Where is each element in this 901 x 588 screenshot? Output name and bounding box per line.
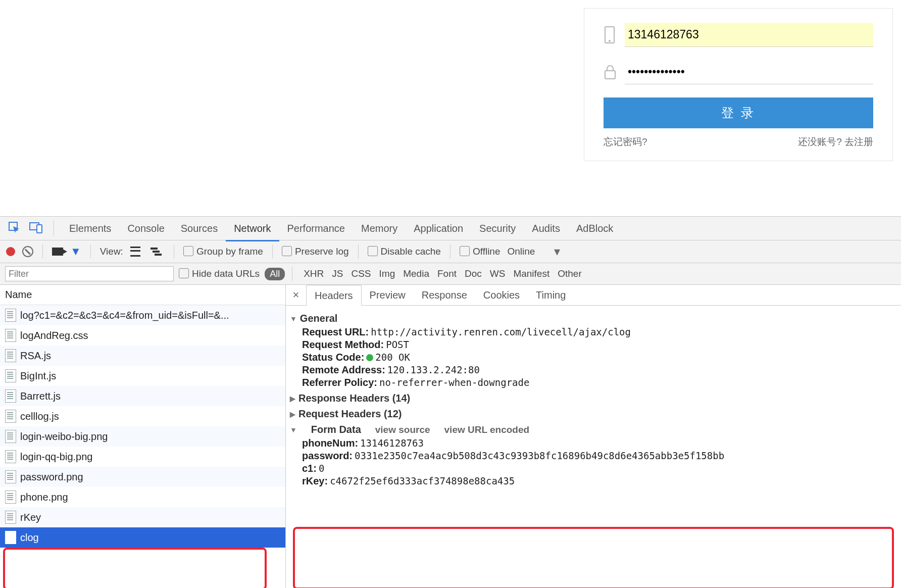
request-row[interactable]: log?c1=&c2=&c3=&c4=&from_uid=&isFull=&..… [0, 305, 285, 325]
section-request-headers[interactable]: Request Headers (12) [298, 408, 402, 420]
phone-input[interactable] [625, 23, 873, 47]
devtools-tab-adblock[interactable]: AdBlock [568, 217, 621, 240]
detail-tab-cookies[interactable]: Cookies [475, 285, 528, 305]
large-rows-icon[interactable] [130, 247, 140, 257]
filter-type-all[interactable]: All [265, 268, 285, 280]
section-response-headers[interactable]: Response Headers (14) [298, 393, 410, 404]
capture-screenshot-icon[interactable] [52, 248, 63, 256]
filter-input[interactable] [5, 266, 174, 281]
form-data-value: 0331e2350c7ea4ac9b508d3c43c9393b8fc16896… [355, 450, 724, 461]
view-url-encoded-link[interactable]: view URL encoded [444, 424, 530, 435]
devtools-tab-sources[interactable]: Sources [173, 217, 226, 240]
devtools-tab-elements[interactable]: Elements [61, 217, 119, 240]
request-row[interactable]: phone.png [0, 487, 285, 507]
referrer-policy-value: no-referrer-when-downgrade [379, 377, 529, 388]
hide-data-urls-checkbox[interactable]: Hide data URLs [179, 268, 260, 279]
file-icon [5, 511, 16, 524]
filter-type-media[interactable]: Media [399, 268, 433, 279]
request-method-value: POST [386, 339, 409, 350]
detail-tab-preview[interactable]: Preview [362, 285, 414, 305]
form-data-value: 13146128763 [360, 437, 424, 449]
request-row[interactable]: login-weibo-big.png [0, 426, 285, 447]
record-button[interactable] [6, 247, 15, 256]
inspect-icon[interactable] [8, 221, 20, 236]
disable-cache-checkbox[interactable]: Disable cache [368, 246, 441, 257]
devtools-tab-security[interactable]: Security [471, 217, 524, 240]
request-name: RSA.js [20, 350, 51, 362]
request-name: celllog.js [20, 411, 59, 422]
annotation-box [293, 527, 894, 588]
remote-address-value: 120.133.2.242:80 [387, 364, 480, 375]
filter-type-xhr[interactable]: XHR [299, 268, 328, 279]
device-toggle-icon[interactable] [29, 221, 42, 236]
devtools-tab-application[interactable]: Application [406, 217, 471, 240]
filter-type-img[interactable]: Img [375, 268, 399, 279]
form-data-value: 0 [319, 463, 324, 474]
lock-icon [604, 65, 625, 80]
file-icon [5, 491, 16, 504]
section-general[interactable]: General [300, 313, 337, 324]
filter-type-manifest[interactable]: Manifest [509, 268, 554, 279]
request-name: logAndReg.css [20, 330, 88, 341]
request-name: password.png [20, 471, 83, 483]
request-row[interactable]: clog [0, 527, 285, 548]
detail-tab-timing[interactable]: Timing [528, 285, 574, 305]
file-icon [5, 531, 16, 544]
clear-button[interactable] [22, 246, 33, 257]
file-icon [5, 309, 16, 322]
request-name: clog [20, 532, 39, 544]
group-by-frame-checkbox[interactable]: Group by frame [183, 246, 263, 257]
request-row[interactable]: BigInt.js [0, 366, 285, 386]
request-name: log?c1=&c2=&c3=&c4=&from_uid=&isFull=&..… [20, 310, 229, 321]
request-name: phone.png [20, 492, 68, 503]
file-icon [5, 349, 16, 362]
devtools-tab-network[interactable]: Network [226, 217, 279, 241]
status-code-value: 200 OK [375, 352, 410, 363]
request-url-value: http://activity.renren.com/livecell/ajax… [371, 326, 631, 337]
request-name: Barrett.js [20, 390, 61, 402]
request-detail-pane: × HeadersPreviewResponseCookiesTiming ▼G… [286, 285, 901, 588]
request-row[interactable]: RSA.js [0, 346, 285, 366]
detail-tab-response[interactable]: Response [414, 285, 475, 305]
login-button[interactable]: 登 录 [604, 97, 873, 128]
waterfall-icon[interactable] [151, 248, 162, 256]
preserve-log-checkbox[interactable]: Preserve log [282, 246, 349, 257]
filter-type-doc[interactable]: Doc [461, 268, 486, 279]
password-input[interactable] [625, 60, 873, 84]
filter-type-other[interactable]: Other [554, 268, 586, 279]
status-dot-icon [366, 354, 373, 361]
devtools-tab-memory[interactable]: Memory [353, 217, 406, 240]
devtools-tab-audits[interactable]: Audits [524, 217, 568, 240]
phone-icon [604, 26, 625, 44]
close-detail-icon[interactable]: × [286, 288, 306, 302]
request-row[interactable]: login-qq-big.png [0, 447, 285, 467]
filter-type-font[interactable]: Font [433, 268, 461, 279]
column-header-name[interactable]: Name [0, 285, 285, 305]
devtools-tab-console[interactable]: Console [119, 217, 172, 240]
detail-tab-headers[interactable]: Headers [306, 285, 362, 306]
section-form-data[interactable]: Form Data [311, 424, 361, 435]
devtools-tabbar: ElementsConsoleSourcesNetworkPerformance… [0, 216, 901, 240]
file-icon [5, 450, 16, 463]
request-row[interactable]: celllog.js [0, 406, 285, 426]
filter-toggle-icon[interactable]: ▼ [70, 245, 81, 258]
file-icon [5, 369, 16, 382]
filter-type-css[interactable]: CSS [347, 268, 375, 279]
svg-rect-2 [605, 71, 615, 79]
request-name: login-qq-big.png [20, 451, 92, 463]
devtools-tab-performance[interactable]: Performance [279, 217, 354, 240]
network-toolbar: ▼ View: Group by frame Preserve log Disa… [0, 240, 901, 263]
file-icon [5, 410, 16, 423]
throttling-dropdown-icon[interactable]: ▾ [554, 244, 560, 259]
request-row[interactable]: logAndReg.css [0, 325, 285, 346]
register-link[interactable]: 还没账号? 去注册 [798, 135, 873, 149]
offline-checkbox[interactable]: Offline [460, 246, 500, 257]
filter-type-ws[interactable]: WS [486, 268, 510, 279]
filter-type-js[interactable]: JS [328, 268, 347, 279]
request-row[interactable]: rKey [0, 507, 285, 527]
throttling-select[interactable]: Online [508, 246, 535, 257]
request-row[interactable]: Barrett.js [0, 386, 285, 406]
forgot-password-link[interactable]: 忘记密码? [604, 135, 647, 149]
view-source-link[interactable]: view source [375, 424, 430, 435]
request-row[interactable]: password.png [0, 467, 285, 487]
